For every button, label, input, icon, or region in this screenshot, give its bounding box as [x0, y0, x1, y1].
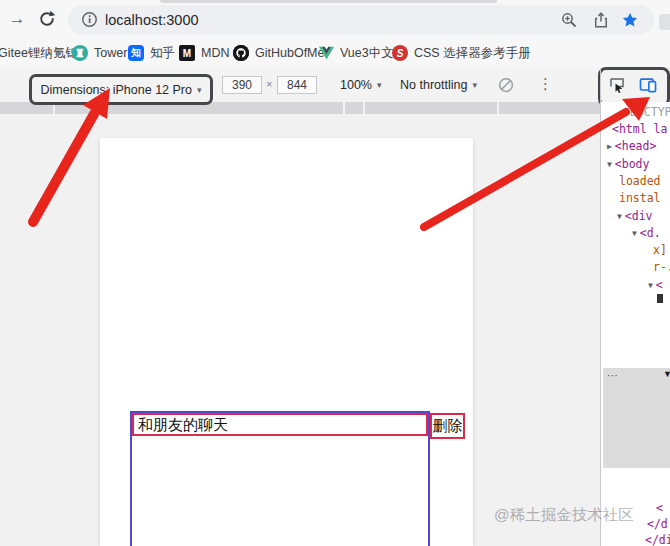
rotate-viewport-icon[interactable] — [497, 76, 515, 94]
tab-strip[interactable] — [160, 0, 497, 3]
dom-node-head[interactable]: ▶<head> — [607, 139, 656, 154]
bookmark-gitee[interactable]: Gitee锂纳氪锶 — [0, 43, 78, 63]
dimensions-dropdown[interactable]: Dimensions: iPhone 12 Pro ▾ — [29, 74, 213, 105]
more-options-icon[interactable]: ⋮ — [538, 75, 553, 93]
dom-attr-installed[interactable]: instal — [619, 191, 661, 205]
dimensions-label: Dimensions: iPhone 12 Pro — [40, 83, 191, 97]
dom-node-html[interactable]: <html la — [612, 122, 667, 136]
bookmark-vue[interactable]: Vue3中文 — [318, 43, 394, 63]
zoom-page-icon[interactable] — [560, 11, 578, 29]
viewport-width-input[interactable] — [222, 76, 262, 94]
dom-node-div-child[interactable]: ▼<d. — [632, 226, 661, 241]
browser-window: → localhost:3000 Gitee锂纳氪锶 ♜ — [0, 0, 670, 546]
zoom-select[interactable]: 100% ▾ — [340, 78, 382, 92]
vue-icon — [318, 45, 334, 61]
forward-icon[interactable]: → — [7, 9, 27, 29]
bookmark-star-icon[interactable] — [621, 11, 639, 29]
tower-icon: ♜ — [72, 45, 88, 61]
share-icon[interactable] — [592, 11, 610, 29]
device-toolbar: Dimensions: iPhone 12 Pro ▾ × 100% ▾ No … — [0, 68, 670, 103]
dom-attr-loaded[interactable]: loaded — [619, 174, 661, 188]
dimensions-separator: × — [266, 78, 272, 90]
chevron-down-icon: ▾ — [377, 80, 382, 90]
device-viewport-page: 删除 — [100, 138, 473, 546]
bookmark-mdn[interactable]: M MDN — [179, 43, 229, 63]
dom-attr-r[interactable]: r-. — [653, 260, 670, 274]
css-manual-icon: S — [392, 45, 408, 61]
annotation-box-devtools-icons — [598, 67, 670, 107]
reload-icon[interactable] — [37, 9, 57, 29]
dom-node-div[interactable]: ▼<div — [617, 209, 653, 224]
dom-node-body[interactable]: ▼<body — [607, 157, 649, 172]
dom-closing-tag[interactable]: </di — [645, 533, 670, 546]
bookmark-github[interactable]: GitHubOfMe — [233, 43, 324, 63]
bookmark-css-manual[interactable]: S CSS 选择器参考手册 — [392, 43, 531, 63]
dom-attr-x[interactable]: x] — [653, 243, 667, 257]
address-bar[interactable]: localhost:3000 — [68, 5, 654, 35]
devtools-elements-panel: DOCTYP <html la ▶<head> ▼<body loaded in… — [600, 102, 670, 546]
chat-title-input[interactable] — [132, 413, 428, 436]
browser-toolbar: → localhost:3000 — [0, 0, 670, 39]
bookmark-zhihu[interactable]: 知 知乎 — [128, 43, 175, 63]
extension-icon[interactable] — [659, 14, 670, 30]
ellipsis-icon: ⋯ — [607, 369, 619, 382]
zhihu-icon: 知 — [128, 45, 144, 61]
delete-button[interactable]: 删除 — [430, 413, 465, 439]
devtools-divider[interactable] — [600, 68, 601, 546]
dom-closing-tag[interactable]: < — [656, 501, 663, 515]
site-info-icon[interactable] — [81, 11, 98, 28]
dom-closing-tag[interactable]: </d — [647, 517, 668, 531]
throttling-select[interactable]: No throttling ▾ — [400, 78, 477, 92]
triangle-icon: ▼ — [663, 369, 670, 379]
viewport-height-input[interactable] — [277, 76, 317, 94]
bookmark-tower[interactable]: ♜ Tower — [72, 43, 127, 63]
bookmarks-bar: Gitee锂纳氪锶 ♜ Tower 知 知乎 M MDN GitHubOfMe … — [0, 39, 670, 68]
mdn-icon: M — [179, 45, 195, 61]
watermark: @稀土掘金技术社区 — [494, 505, 634, 526]
url-text[interactable]: localhost:3000 — [105, 12, 199, 28]
dom-node-nested[interactable]: ▼< — [648, 278, 663, 293]
github-icon — [233, 45, 249, 61]
dom-node-doctype[interactable]: DOCTYP — [630, 105, 670, 119]
dom-node-partial — [657, 294, 663, 303]
chevron-down-icon: ▾ — [472, 80, 477, 90]
dom-node-hover-highlight[interactable]: ⋯ ▼ — [603, 368, 670, 468]
chevron-down-icon: ▾ — [197, 85, 202, 95]
